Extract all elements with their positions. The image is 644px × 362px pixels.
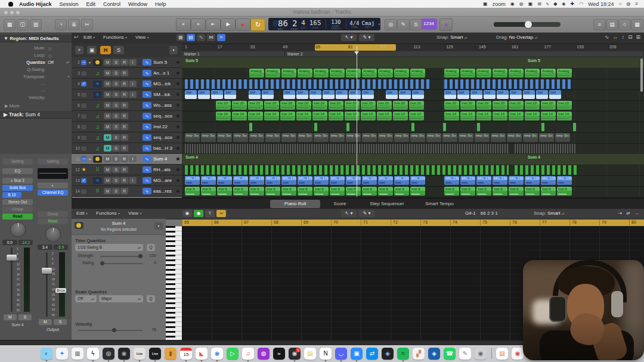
region-mg-130[interactable]: MG_130: [265, 176, 280, 185]
track-s-button[interactable]: S: [112, 145, 120, 151]
scissors-icon[interactable]: ✂: [81, 19, 93, 30]
track-checkbox[interactable]: ✓: [81, 178, 86, 183]
region-analog[interactable]: Analog: [249, 69, 264, 78]
strip-bus-slot[interactable]: ◐ Bus 3: [2, 178, 33, 184]
track-i-button[interactable]: I: [129, 59, 137, 66]
scale-quantize-apply-button[interactable]: Q: [147, 295, 155, 302]
spotlight-icon[interactable]: ○: [619, 1, 622, 7]
waveform-zoom-icon[interactable]: ∿: [605, 34, 609, 40]
dock-icon-calendar[interactable]: 15: [180, 348, 192, 360]
playhead-handle[interactable]: [354, 51, 359, 57]
region-sm[interactable]: SM: [249, 90, 261, 99]
track-m-button[interactable]: M: [104, 113, 112, 119]
menu-clock[interactable]: Wed 18:24: [588, 1, 614, 7]
region-analog[interactable]: Analog: [541, 69, 556, 78]
track-r-button[interactable]: R: [120, 91, 128, 98]
region-sm[interactable]: SM: [283, 90, 295, 99]
region-inst-14[interactable]: Inst 14: [377, 112, 392, 120]
region-analog[interactable]: Analog: [525, 69, 540, 78]
region-mark[interactable]: [249, 123, 252, 131]
track-sort-dropdown[interactable]: ▾: [169, 46, 178, 54]
arrange-menu-edit[interactable]: Edit ▾: [83, 35, 95, 40]
region-inst-9[interactable]: Inst 9: [476, 187, 491, 196]
track-r-button[interactable]: R: [120, 113, 128, 119]
track-m-button[interactable]: M: [104, 70, 112, 76]
tab-piano-roll[interactable]: Piano Roll: [270, 200, 320, 208]
track-r-button[interactable]: R: [120, 134, 128, 141]
track-checkbox[interactable]: −: [81, 60, 86, 65]
region-sm[interactable]: SM: [211, 90, 223, 99]
strip-send-b10[interactable]: B 10: [2, 192, 21, 198]
region-inst-20[interactable]: Inst 20: [444, 101, 459, 110]
automation-icon[interactable]: ∿: [143, 156, 151, 162]
region-inst-9[interactable]: Inst 9: [394, 187, 409, 196]
volume-value[interactable]: 3.4: [38, 245, 52, 250]
more-disclosure[interactable]: ▶ More: [0, 103, 76, 109]
track-s-button[interactable]: S: [112, 113, 120, 119]
channel-fader[interactable]: 36912151821243036425060: [2, 247, 33, 312]
track-r-button[interactable]: R: [120, 166, 128, 173]
track-row-an-s-1[interactable]: 3♫MSR∿An...s 1: [72, 68, 182, 79]
strip-setting-button[interactable]: Setting: [2, 159, 33, 165]
dock-icon-ableton-live-dark[interactable]: Live: [149, 348, 161, 360]
track-s-button[interactable]: S: [112, 102, 120, 109]
track-m-button[interactable]: M: [104, 134, 112, 141]
region-seq-su[interactable]: seq- Su: [394, 133, 409, 142]
region-mg-130[interactable]: MG_130: [557, 176, 572, 185]
solo-tracks-button[interactable]: S: [113, 46, 124, 54]
region-mg-130[interactable]: MG_130: [362, 176, 377, 185]
track-row-sm-ick[interactable]: 5≈MSRI∿SM...ick: [72, 89, 182, 100]
tab-step-sequencer[interactable]: Step Sequencer: [360, 200, 414, 208]
strip-solo-button[interactable]: S: [54, 319, 67, 325]
track-checkbox[interactable]: [81, 124, 86, 129]
region-inst-9[interactable]: Inst 9: [201, 187, 216, 196]
pencil-tool[interactable]: ✎ ▾: [359, 210, 374, 217]
automation-view-icon[interactable]: ∿: [197, 34, 205, 41]
track-name[interactable]: SM...ick: [153, 92, 177, 97]
apple-menu-icon[interactable]: [8, 2, 13, 7]
track-r-button[interactable]: R: [120, 81, 128, 87]
editor-menu-view[interactable]: View ▾: [128, 211, 141, 216]
dock-icon-target-app[interactable]: ◎: [103, 348, 114, 360]
upload-menu-icon[interactable]: ◍: [519, 1, 524, 7]
track-s-button[interactable]: S: [112, 156, 120, 162]
strip-plugin-solid-bus[interactable]: Solid Bus: [2, 185, 33, 191]
region-sm[interactable]: SM: [349, 90, 361, 99]
forward-button[interactable]: »: [191, 18, 206, 31]
region-inst-20[interactable]: Inst 20: [329, 101, 343, 110]
dock-icon-ableton-live-light[interactable]: Live: [134, 348, 145, 360]
region-inst-9[interactable]: Inst 9: [265, 187, 280, 196]
track-checkbox[interactable]: ✓: [81, 81, 86, 86]
region-seq-su[interactable]: seq- Su: [555, 133, 570, 142]
region-inst-20[interactable]: Inst 20: [541, 101, 556, 110]
region-sm[interactable]: SM: [296, 90, 308, 99]
region-seq-su[interactable]: seq- Su: [249, 133, 264, 142]
add-track-button[interactable]: +: [75, 46, 83, 54]
flex-icon[interactable]: ≈: [217, 34, 225, 41]
region-mg-130[interactable]: MG_130: [378, 176, 393, 185]
midi-in-icon[interactable]: ◉: [182, 210, 192, 217]
region-inst-14[interactable]: Inst 14: [476, 112, 491, 120]
region-inst-9[interactable]: Inst 9: [509, 187, 524, 196]
automation-icon[interactable]: ∿: [143, 70, 151, 76]
track-m-button[interactable]: M: [104, 102, 112, 109]
track-m-button[interactable]: M: [104, 166, 112, 173]
region-seq-su[interactable]: seq- Su: [314, 133, 329, 142]
snap-control[interactable]: Snap: Smart ▴▾: [436, 35, 467, 40]
track-checkbox[interactable]: [81, 103, 86, 108]
collapse-tracks-icon[interactable]: ⊟: [628, 34, 633, 40]
strip-eq-thumbnail[interactable]: [38, 168, 68, 179]
track-name[interactable]: eas...res: [153, 188, 177, 194]
region-analog[interactable]: Analog: [557, 69, 572, 78]
fader-handle[interactable]: [42, 268, 52, 274]
disclosure-triangle-icon[interactable]: ▼: [88, 157, 93, 161]
strip-plugin-channel-eq[interactable]: Channel EQ: [38, 190, 68, 196]
menu-session[interactable]: Session: [60, 1, 79, 7]
track-name[interactable]: MG...are: [153, 178, 177, 183]
region-seq-su[interactable]: seq- Su: [410, 133, 425, 142]
region-inst-14[interactable]: Inst 14: [216, 112, 231, 120]
region-inst-20[interactable]: Inst 20: [509, 101, 524, 110]
dock-icon-honey-jar[interactable]: ▮: [165, 348, 177, 360]
dock-icon-apple-music[interactable]: ♫: [242, 348, 254, 360]
wifi-icon[interactable]: ◠: [579, 1, 583, 7]
